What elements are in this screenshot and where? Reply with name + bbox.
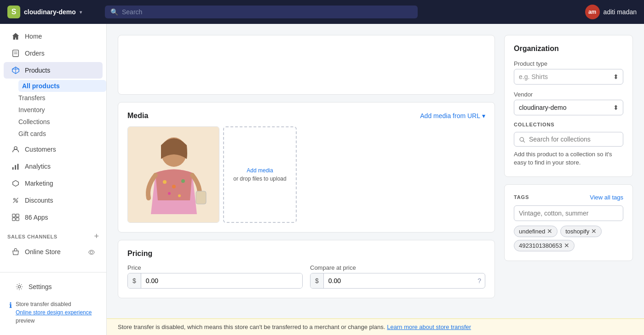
svg-rect-8 [15,165,16,170]
store-design-link[interactable]: Online store design experience [16,309,92,316]
price-label: Price [127,264,303,271]
search-collections-input[interactable] [529,136,618,143]
tag-label: 4923101380653 [519,242,562,249]
vendor-label: Vendor [514,91,623,98]
online-store-visibility-icon[interactable] [88,248,95,256]
pricing-grid: Price $ Compare at price $ ? [127,264,485,289]
sidebar-label-marketing: Marketing [25,180,53,187]
compare-price-field: Compare at price $ ? [310,264,485,289]
svg-rect-16 [16,218,19,221]
svg-point-11 [16,201,18,203]
media-upload-box[interactable]: Add media or drop files to upload [223,126,297,223]
collections-section: COLLECTIONS Add this product to a collec… [514,122,623,167]
tag-chip-4923101380653: 4923101380653 ✕ [514,240,575,251]
tag-chip-undefined: undefined ✕ [514,226,558,237]
sidebar-item-analytics[interactable]: Analytics [4,158,103,175]
product-type-group: Product type e.g. Shirts ⬍ [514,60,623,85]
compare-price-input[interactable] [324,273,477,288]
sidebar-sub-transfers[interactable]: Transfers [18,92,106,104]
info-icon: ℹ [9,300,12,311]
media-card: Media Add media from URL ▾ [118,102,495,233]
user-name: aditi madan [604,8,637,16]
price-prefix: $ [128,273,141,288]
description-card [118,35,495,95]
svg-point-24 [168,192,171,195]
search-collections-wrapper [514,132,623,147]
add-media-url-button[interactable]: Add media from URL ▾ [420,112,485,119]
customers-icon [11,145,20,154]
sidebar-sub-inventory[interactable]: Inventory [18,104,106,116]
compare-price-label: Compare at price [310,264,485,271]
product-type-select[interactable]: e.g. Shirts [514,69,623,85]
media-header: Media Add media from URL ▾ [127,112,485,120]
view-all-tags-button[interactable]: View all tags [590,194,623,201]
tag-remove-4923101380653[interactable]: ✕ [564,242,569,249]
svg-rect-0 [13,50,19,57]
store-name: cloudinary-demo [24,8,76,16]
help-icon[interactable]: ? [477,277,481,284]
vendor-wrapper: cloudinary-demo ⬍ [514,100,623,115]
product-type-label: Product type [514,60,623,67]
organization-card: Organization Product type e.g. Shirts ⬍ … [504,35,633,177]
tag-remove-toshopify[interactable]: ✕ [591,228,597,234]
search-bar[interactable]: 🔍 [105,6,418,18]
sidebar-item-customers[interactable]: Customers [4,141,103,158]
sidebar-label-products: Products [25,67,50,74]
sidebar-item-orders[interactable]: Orders [4,45,103,62]
media-title: Media [127,112,148,120]
sidebar-bottom: Settings ℹ Store transfer disabled Onlin… [0,272,106,335]
sidebar-item-settings[interactable]: Settings [7,278,99,295]
svg-rect-9 [17,164,19,170]
store-transfer-label: Store transfer disabled [16,301,71,307]
shopify-logo: S [7,6,20,18]
learn-more-link[interactable]: Learn more about store transfer [387,324,471,330]
side-column: Organization Product type e.g. Shirts ⬍ … [504,35,633,324]
sidebar-sub-all-products[interactable]: All products [18,80,106,92]
banner-text: Store transfer is disabled, which means … [118,324,385,330]
compare-price-prefix: $ [310,273,324,288]
price-field: Price $ [127,264,303,289]
tag-remove-undefined[interactable]: ✕ [547,228,552,234]
sidebar-item-products[interactable]: Products [4,62,103,79]
content-column: Media Add media from URL ▾ [118,35,495,324]
sales-channels-header: SALES CHANNELS + [0,226,106,243]
sidebar-item-online-store[interactable]: Online Store [4,244,103,260]
products-submenu: All products Transfers Inventory Collect… [0,79,106,141]
svg-point-18 [18,285,20,288]
discounts-icon [11,196,20,205]
sidebar-sub-gift-cards[interactable]: Gift cards [18,128,106,140]
org-title: Organization [514,45,623,53]
sidebar-item-home[interactable]: Home [4,28,103,45]
compare-price-input-wrapper: $ ? [310,273,485,289]
price-input[interactable] [141,273,302,288]
store-chevron-icon: ▾ [80,10,82,15]
svg-rect-13 [12,214,15,217]
sidebar-item-apps[interactable]: 86 Apps [4,209,103,226]
svg-point-21 [163,180,167,184]
drop-files-label: or drop files to upload [233,176,286,182]
top-navigation: S cloudinary-demo ▾ 🔍 am aditi madan [0,0,644,24]
media-grid: Add media or drop files to upload [127,126,485,223]
sidebar-item-discounts[interactable]: Discounts [4,192,103,209]
vendor-select[interactable]: cloudinary-demo [514,100,623,115]
store-info: ℹ Store transfer disabled Online store d… [4,295,103,329]
product-type-wrapper: e.g. Shirts ⬍ [514,69,623,85]
collections-title: COLLECTIONS [514,122,623,127]
settings-icon [15,282,24,291]
sidebar-sub-collections[interactable]: Collections [18,116,106,128]
sidebar-label-discounts: Discounts [25,197,53,204]
store-logo-area[interactable]: S cloudinary-demo ▾ [7,6,99,18]
pricing-card: Pricing Price $ Compare at price $ [118,240,495,298]
tags-title: TAGS [514,194,529,200]
online-store-icon [11,247,20,256]
add-sales-channel-button[interactable]: + [94,232,99,241]
main-layout: Home Orders Products All products Transf… [0,24,644,335]
sidebar-item-marketing[interactable]: Marketing [4,175,103,192]
search-input[interactable] [122,8,412,16]
sidebar-label-apps: 86 Apps [25,214,48,221]
topnav-right: am aditi madan [585,5,637,19]
tags-input[interactable] [514,205,623,221]
svg-point-17 [90,251,93,254]
main-content: Media Add media from URL ▾ [107,24,644,335]
vendor-group: Vendor cloudinary-demo ⬍ [514,91,623,115]
